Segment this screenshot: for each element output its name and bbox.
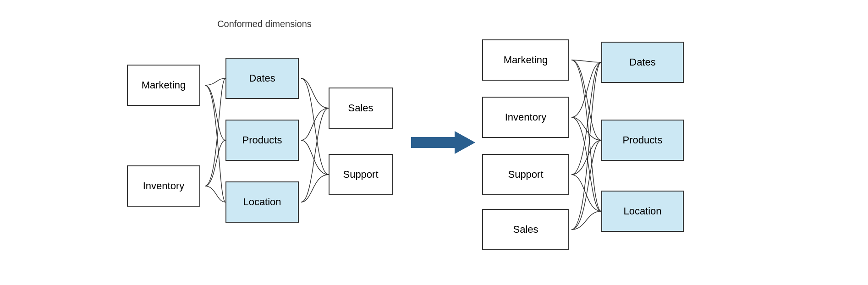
- left-inventory-box: Inventory: [127, 165, 200, 207]
- r-sales-box: Sales: [482, 209, 569, 250]
- r-dates-box: Dates: [601, 42, 684, 83]
- left-marketing-box: Marketing: [127, 65, 200, 106]
- svg-marker-0: [411, 131, 475, 154]
- main-container: Conformed dimensions: [0, 0, 868, 285]
- left-diagram: Conformed dimensions: [122, 19, 407, 266]
- right-sales-box: Sales: [329, 88, 393, 129]
- arrow-icon: [411, 129, 475, 156]
- center-dates-box: Dates: [225, 58, 299, 99]
- center-location-box: Location: [225, 181, 299, 223]
- center-products-box: Products: [225, 120, 299, 161]
- r-inventory-box: Inventory: [482, 97, 569, 138]
- r-support-box: Support: [482, 154, 569, 195]
- r-marketing-box: Marketing: [482, 39, 569, 81]
- arrow-container: [407, 129, 480, 156]
- right-diagram: Marketing Inventory Support Sales Dates …: [480, 19, 746, 266]
- r-location-box: Location: [601, 191, 684, 232]
- right-support-box: Support: [329, 154, 393, 195]
- r-products-box: Products: [601, 120, 684, 161]
